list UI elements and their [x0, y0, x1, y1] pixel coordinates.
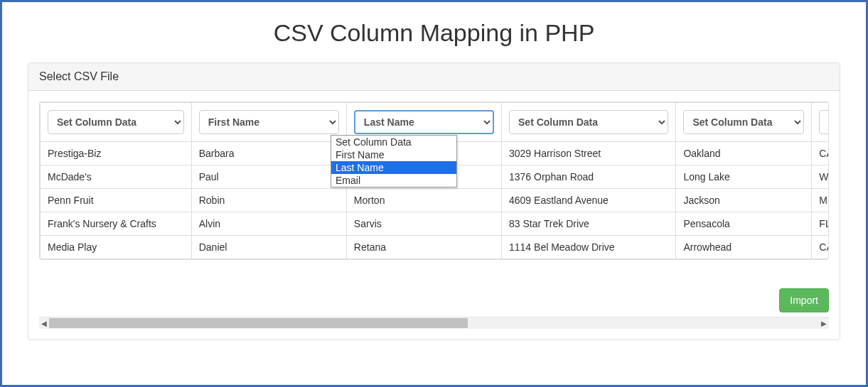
column-select-2[interactable]: Last Name: [354, 110, 494, 134]
cell: McDade's: [41, 165, 192, 189]
panel-body: Set Column Data First Name Last Name Set…: [28, 91, 840, 339]
scroll-thumb[interactable]: [49, 318, 468, 328]
cell: Morton: [346, 189, 501, 212]
app-frame: CSV Column Mapping in PHP Select CSV Fil…: [0, 0, 868, 387]
table-row: Penn FruitRobinMorton4609 Eastland Avenu…: [41, 189, 830, 212]
cell: 1114 Bel Meadow Drive: [502, 236, 676, 259]
cell: Oakland: [676, 142, 812, 165]
cell: Media Play: [41, 236, 192, 259]
cell: Alvin: [191, 212, 346, 236]
cell: CA: [812, 142, 829, 165]
cell: 1376 Orphan Road: [502, 165, 676, 189]
cell: Daniel: [191, 236, 346, 259]
cell: Long Lake: [676, 165, 812, 189]
cell: WI: [812, 165, 829, 189]
select-option[interactable]: First Name: [331, 148, 456, 161]
select-option[interactable]: Set Column Data: [331, 136, 456, 148]
column-select-2-listbox[interactable]: Set Column DataFirst NameLast NameEmail: [331, 135, 457, 187]
cell: Arrowhead: [676, 236, 812, 259]
column-select-0[interactable]: Set Column Data: [48, 110, 184, 134]
horizontal-scrollbar[interactable]: ◀ ▶: [39, 317, 829, 329]
select-option[interactable]: Email: [331, 174, 456, 187]
cell: CA: [812, 236, 829, 259]
cell: Prestiga-Biz: [41, 142, 192, 165]
cell: 83 Star Trek Drive: [502, 212, 676, 236]
scroll-left-arrow-icon[interactable]: ◀: [39, 317, 49, 329]
cell: Jackson: [676, 189, 812, 212]
cell: Robin: [191, 189, 346, 212]
cell: Pensacola: [676, 212, 812, 236]
table-row: Frank's Nursery & CraftsAlvinSarvis83 St…: [41, 212, 830, 236]
column-select-5[interactable]: Set Column: [819, 110, 829, 134]
cell: Frank's Nursery & Crafts: [41, 212, 192, 236]
cell: FL: [812, 212, 829, 236]
column-select-3[interactable]: Set Column Data: [509, 110, 668, 134]
cell: Paul: [191, 165, 346, 189]
cell: Sarvis: [346, 212, 501, 236]
cell: Retana: [346, 236, 501, 259]
cell: 3029 Harrison Street: [502, 142, 676, 165]
column-select-4[interactable]: Set Column Data: [683, 110, 804, 134]
import-button[interactable]: Import: [779, 288, 829, 312]
cell: MS: [812, 189, 829, 212]
column-select-1[interactable]: First Name: [199, 110, 339, 134]
panel-heading: Select CSV File: [28, 63, 840, 91]
cell: Penn Fruit: [41, 189, 192, 212]
scroll-right-arrow-icon[interactable]: ▶: [819, 317, 829, 329]
table-row: Media PlayDanielRetana1114 Bel Meadow Dr…: [41, 236, 830, 259]
cell: 4609 Eastland Avenue: [502, 189, 676, 212]
select-option[interactable]: Last Name: [331, 161, 456, 174]
cell: Barbara: [191, 142, 346, 165]
page-title: CSV Column Mapping in PHP: [28, 19, 840, 47]
csv-panel: Select CSV File Set Column Data First Na…: [28, 62, 840, 340]
table-scroll-container[interactable]: Set Column Data First Name Last Name Set…: [39, 102, 829, 260]
